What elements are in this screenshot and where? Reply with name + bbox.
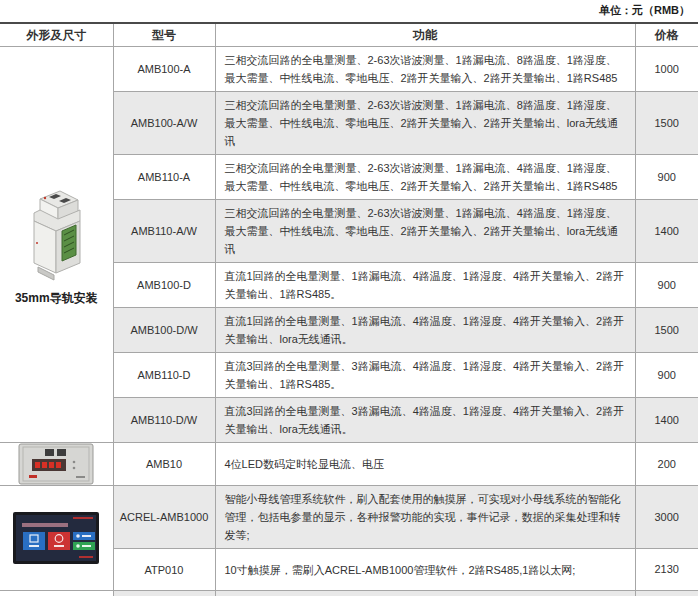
model-cell: AMB100-D: [113, 263, 215, 308]
function-cell: 直流3回路的全电量测量、3路漏电流、4路温度、1路湿度、4路开关量输入、2路开关…: [215, 398, 635, 443]
price-cell: 1400: [635, 200, 698, 263]
din-rail-caption: 35mm导轨安装: [15, 290, 98, 307]
table-row: AMB10 4位LED数码定时轮显电流、电压 200: [0, 443, 698, 486]
function-cell: /: [215, 591, 635, 596]
table-row: ACREL-AMB1000 智能小母线管理系统软件，刷入配套使用的触摸屏，可实现…: [0, 486, 698, 549]
price-cell: 900: [635, 155, 698, 200]
column-header-shape: 外形及尺寸: [0, 23, 113, 47]
price-cell: 200: [635, 443, 698, 486]
price-cell: 900: [635, 263, 698, 308]
panel-meter-image: [18, 443, 94, 485]
column-header-model: 型号: [113, 23, 215, 47]
function-cell: 直流1回路的全电量测量、1路漏电流、4路温度、1路湿度、4路开关量输入、2路开关…: [215, 263, 635, 308]
function-cell: 三相交流回路的全电量测量、2-63次谐波测量、1路漏电流、4路温度、1路湿度、最…: [215, 200, 635, 263]
din-rail-device-image: [20, 183, 92, 283]
price-table: 外形及尺寸 型号 功能 价格: [0, 22, 698, 596]
price-cell: 1000元+ 500元/人日: [635, 591, 698, 596]
model-cell: AMB110-A/W: [113, 200, 215, 263]
function-cell: 10寸触摸屏，需刷入ACREL-AMB1000管理软件，2路RS485,1路以太…: [215, 549, 635, 591]
function-cell: 智能小母线管理系统软件，刷入配套使用的触摸屏，可实现对小母线系统的智能化管理，包…: [215, 486, 635, 549]
model-cell: AMB110-A: [113, 155, 215, 200]
price-cell: 2130: [635, 549, 698, 591]
function-cell: 直流3回路的全电量测量、3路漏电流、4路温度、1路湿度、4路开关量输入、2路开关…: [215, 353, 635, 398]
model-cell: 现场服务费: [113, 591, 215, 596]
header-row: 外形及尺寸 型号 功能 价格: [0, 23, 698, 47]
price-cell: 3000: [635, 486, 698, 549]
model-cell: AMB110-D: [113, 353, 215, 398]
shape-cell-din-rail: 35mm导轨安装: [0, 47, 113, 443]
model-cell: AMB100-A/W: [113, 92, 215, 155]
model-cell: ACREL-AMB1000: [113, 486, 215, 549]
unit-label: 单位：元（RMB）: [599, 3, 690, 18]
price-cell: 1000: [635, 47, 698, 92]
function-cell: 三相交流回路的全电量测量、2-63次谐波测量、1路漏电流、8路温度、1路湿度、最…: [215, 47, 635, 92]
price-list-page: 单位：元（RMB） 外形及尺寸 型号 功能 价格: [0, 0, 698, 596]
table-row: 现场服务费 / 1000元+ 500元/人日: [0, 591, 698, 596]
function-cell: 4位LED数码定时轮显电流、电压: [215, 443, 635, 486]
model-cell: ATP010: [113, 549, 215, 591]
column-header-price: 价格: [635, 23, 698, 47]
model-cell: AMB110-D/W: [113, 398, 215, 443]
shape-cell-amb10: [0, 443, 113, 486]
price-cell: 1500: [635, 92, 698, 155]
price-cell: 1500: [635, 308, 698, 353]
model-cell: AMB10: [113, 443, 215, 486]
function-cell: 三相交流回路的全电量测量、2-63次谐波测量、1路漏电流、4路温度、1路湿度、最…: [215, 155, 635, 200]
function-cell: 直流1回路的全电量测量、1路漏电流、4路温度、1路湿度、4路开关量输入、2路开关…: [215, 308, 635, 353]
column-header-function: 功能: [215, 23, 635, 47]
shape-cell-empty: [0, 591, 113, 596]
price-cell: 1400: [635, 398, 698, 443]
model-cell: AMB100-A: [113, 47, 215, 92]
shape-cell-touchscreen: [0, 486, 113, 591]
model-cell: AMB100-D/W: [113, 308, 215, 353]
table-row: 35mm导轨安装 AMB100-A 三相交流回路的全电量测量、2-63次谐波测量…: [0, 47, 698, 92]
function-cell: 三相交流回路的全电量测量、2-63次谐波测量、1路漏电流、8路温度、1路湿度、最…: [215, 92, 635, 155]
touchscreen-hmi-image: [13, 512, 99, 564]
price-cell: 900: [635, 353, 698, 398]
